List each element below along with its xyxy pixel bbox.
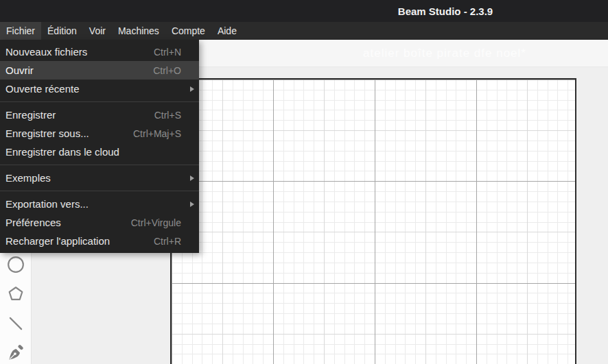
menu-item-enregistrer[interactable]: EnregistrerCtrl+S [0,106,199,124]
menu-item-label: Exportation vers... [5,198,89,210]
menubar-item-aide[interactable]: Aide [211,22,243,40]
menu-item-ouverte-recente[interactable]: Ouverte récente [0,80,199,98]
menubar-item-fichier[interactable]: Fichier [0,22,41,40]
workarea-grid-canvas[interactable] [170,78,576,364]
file-menu: Nouveaux fichiersCtrl+NOuvrirCtrl+OOuver… [0,40,199,253]
menu-item-ouvrir[interactable]: OuvrirCtrl+O [0,61,199,80]
menu-item-label: Enregistrer sous... [5,128,89,139]
menu-item-label: Ouverte récente [5,83,80,95]
menu-separator [0,101,199,102]
submenu-arrow-icon [190,86,194,92]
menu-item-enregistrer-sous[interactable]: Enregistrer sous...Ctrl+Maj+S [0,124,199,143]
pen-tool-button[interactable] [6,343,25,363]
menu-item-label: Ouvrir [5,64,34,76]
line-icon [7,315,25,332]
window-title: Beam Studio - 2.3.9 [398,5,493,17]
menubar-item-compte[interactable]: Compte [165,22,211,40]
menu-item-label: Exemples [5,172,51,184]
menu-item-shortcut: Ctrl+O [153,65,181,76]
menu-item-shortcut: Ctrl+R [154,236,181,247]
polygon-tool-button[interactable] [6,284,25,304]
menu-item-shortcut: Ctrl+S [154,110,181,121]
menu-separator [0,191,199,191]
submenu-arrow-icon [190,202,194,207]
menubar: FichierÉditionVoirMachinesCompteAide [0,22,608,40]
menu-item-exportation-vers[interactable]: Exportation vers... [0,195,199,213]
menu-item-label: Enregistrer [5,109,56,121]
ellipse-tool-button[interactable] [6,255,25,274]
menu-item-label: Enregistrer dans le cloud [5,146,119,158]
menu-item-nouveaux-fichiers[interactable]: Nouveaux fichiersCtrl+N [0,43,199,61]
menu-item-exemples[interactable]: Exemples [0,169,199,187]
menu-item-enregistrer-dans-le-cloud[interactable]: Enregistrer dans le cloud [0,143,199,161]
menu-item-label: Préférences [5,217,61,228]
tool-list [0,255,32,363]
document-title: atelier boîte pirate dfe noel* [363,47,526,60]
window-titlebar: Beam Studio - 2.3.9 [0,0,608,22]
menu-item-shortcut: Ctrl+Virgule [131,217,181,228]
submenu-arrow-icon [190,175,194,181]
menubar-item-machines[interactable]: Machines [112,22,165,40]
pen-icon [7,344,25,362]
polygon-icon [7,285,25,303]
menubar-item-edition[interactable]: Édition [41,22,83,40]
line-tool-button[interactable] [6,314,25,333]
menu-item-preferences[interactable]: PréférencesCtrl+Virgule [0,213,199,232]
menu-item-recharger-l-application[interactable]: Recharger l'applicationCtrl+R [0,232,199,250]
menu-item-shortcut: Ctrl+N [154,47,181,58]
menu-item-label: Nouveaux fichiers [5,46,87,58]
menu-separator [0,165,199,165]
ellipse-icon [7,256,25,274]
menu-item-label: Recharger l'application [5,235,110,247]
menubar-item-voir[interactable]: Voir [83,22,112,40]
menu-item-shortcut: Ctrl+Maj+S [133,128,181,139]
